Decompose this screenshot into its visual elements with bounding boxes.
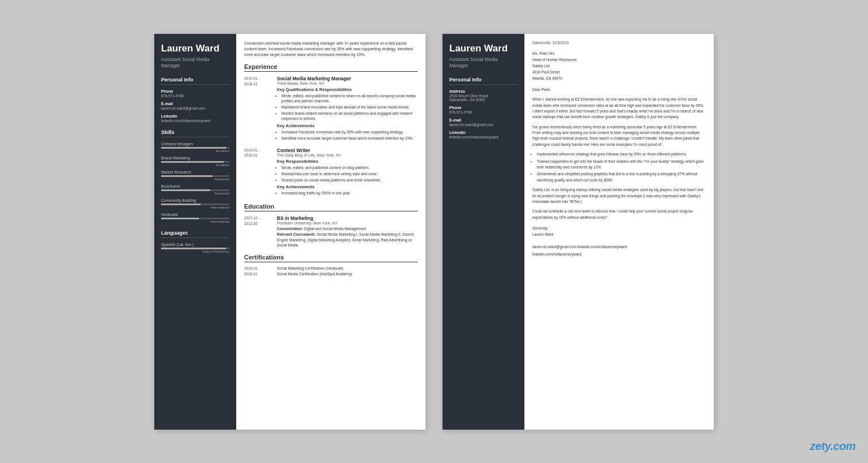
job-details-2: Content Writer The Daily Blog of Life, N… <box>277 148 381 197</box>
list-item: Trained copywriters to get into the head… <box>537 159 706 171</box>
edu-coursework-1: Relevant Coursework: Social Media Market… <box>277 232 418 248</box>
skill-hootsuite: Hootsuite Intermediate <box>161 213 229 223</box>
skill-market-research: Market Research Advanced <box>161 170 229 181</box>
edu-degree-1: BS in Marketing <box>277 215 418 221</box>
resume-phone-value: 678-971-9780 <box>161 94 229 98</box>
cover-linkedin-label: LinkedIn <box>449 131 518 135</box>
skill-bar-bg <box>161 218 229 219</box>
resume-sidebar: Lauren Ward Assistant Social Media Manag… <box>154 34 236 430</box>
cover-address-label: Address <box>449 89 518 93</box>
cover-letter-document: Lauren Ward Assistant Social Media Manag… <box>442 34 714 430</box>
zety-brand: zety.com <box>810 440 856 453</box>
list-item: Implemented influencer strategy that gre… <box>537 152 706 157</box>
edu-entry-1: 2007-10 -2012-05 BS in Marketing Fordham… <box>244 215 418 248</box>
skill-bar-fill <box>161 204 201 205</box>
job-company-2: The Daily Blog of Life, New York, NY <box>277 153 381 157</box>
list-item: Streamlined and simplified posting graph… <box>537 171 706 183</box>
cover-closing-1: Gabby Ltd. is an intriguing startup util… <box>532 187 706 205</box>
cert-date-1: 2019-01 <box>244 266 272 270</box>
resume-linkedin-label: LinkedIn <box>161 114 229 118</box>
cert-date-2: 2018-01 <box>244 272 272 276</box>
skill-brand-marketing: Brand Marketing Excellent <box>161 156 229 167</box>
resume-experience-heading: Experience <box>244 63 418 72</box>
cover-sign-linkedin: linkedin.com/in/laurenzeyward <box>532 251 706 257</box>
cover-salutation: Dear Peter, <box>532 87 706 93</box>
cover-sidebar: Lauren Ward Assistant Social Media Manag… <box>442 34 524 430</box>
cover-linkedin-value: linkedin.com/in/laurenzeyward <box>449 135 518 139</box>
skill-bar-fill <box>161 218 199 219</box>
resume-main: Conversion-oriented social media marketi… <box>236 34 426 430</box>
cover-phone-value: 678-971-9780 <box>449 110 518 114</box>
cover-paragraph-2: I've grown tremendously since being hire… <box>532 124 706 148</box>
job-title-2: Content Writer <box>277 148 381 153</box>
list-item: Maintained brand innovation and kept abr… <box>281 105 418 110</box>
resume-name: Lauren Ward <box>161 43 229 54</box>
cover-body: Dear Peter, When I started working at EZ… <box>532 87 706 220</box>
job-entry-1: 2015-01 -2018-12 Social Media Marketing … <box>244 76 418 142</box>
job-responsibilities-list-2: Wrote, edited, and published content on … <box>281 165 381 183</box>
resume-email-label: E-mail <box>161 102 229 106</box>
skill-bar-bg <box>161 147 229 149</box>
job-header-1: 2015-01 -2018-12 Social Media Marketing … <box>244 76 418 142</box>
skill-bar-bg <box>161 204 229 205</box>
edu-concentration-1: Concentration: Digital and Social Media … <box>277 226 418 232</box>
cover-personal-info-heading: Personal Info <box>449 77 518 85</box>
edu-dates-1: 2007-10 -2012-05 <box>244 215 272 248</box>
list-item: Identified more accurate target customer… <box>281 136 418 141</box>
list-item: Wrote, edited, and published content on … <box>281 165 381 170</box>
resume-skills-heading: Skills <box>161 129 229 137</box>
cover-sign-email: lauren.liz.ward@gmail.com linkedin.com/i… <box>532 245 627 249</box>
cert-entry-2: 2018-01 Social Media Certification (HubS… <box>244 272 418 276</box>
cover-address-value: 2520 Mount Olive RoadGainesville, GA 305… <box>449 94 518 102</box>
cover-recipient: Ms. Peter Wu Head of Human Resources Gab… <box>532 50 706 81</box>
lang-bar-fill <box>161 248 226 249</box>
cover-phone-label: Phone <box>449 106 518 110</box>
job-responsibilities-list-1: Wrote, edited, and published content to … <box>281 93 418 121</box>
skill-bar-bg <box>161 175 229 177</box>
job-responsibilities-label-1: Key Qualifications & Responsibilities <box>277 87 418 92</box>
job-company-1: Third Media, New York, NY <box>277 81 418 85</box>
edu-school-1: Fordham University, New York, NY <box>277 221 418 225</box>
skill-bar-bg <box>161 189 229 191</box>
resume-education-heading: Education <box>244 203 418 211</box>
cover-name: Lauren Ward <box>449 43 518 54</box>
cover-main: Gainesville, 3/23/2019 Ms. Peter Wu Head… <box>524 34 714 430</box>
skill-community-building: Community Building Intermediate <box>161 198 229 209</box>
list-item: Wrote, edited, and published content to … <box>281 93 418 103</box>
cover-signoff: Sincerely, Lauren Ward lauren.liz.ward@g… <box>532 225 706 250</box>
resume-document: Lauren Ward Assistant Social Media Manag… <box>154 34 426 430</box>
skill-bar-fill <box>161 175 212 177</box>
cover-email-value: lauren.liz.ward@gmail.com <box>449 123 518 127</box>
job-dates-1: 2015-01 -2018-12 <box>244 76 272 87</box>
skill-bar-fill <box>161 147 226 149</box>
skill-bar-fill <box>161 189 210 191</box>
resume-email-value: lauren.liz.ward@gmail.com <box>161 106 229 110</box>
resume-certifications-heading: Certifications <box>244 254 418 262</box>
cover-job-title: Assistant Social Media Manager <box>449 57 518 69</box>
resume-summary: Conversion-oriented social media marketi… <box>244 41 418 58</box>
skill-buzzsumo: BuzzSumo Advanced <box>161 184 229 195</box>
cert-name-1: Social Marketing Certification (Hootsuit… <box>277 266 344 270</box>
cert-entry-1: 2019-01 Social Marketing Certification (… <box>244 266 418 270</box>
lang-bar-bg <box>161 248 229 249</box>
skill-bar-bg <box>161 161 229 163</box>
cover-closing-2: Could we schedule a call next week to di… <box>532 209 706 220</box>
cover-paragraph-1: When I started working at EZ Entertainme… <box>532 97 706 120</box>
resume-personal-info-heading: Personal Info <box>161 77 229 85</box>
job-achievements-list-1: Increased Facebook conversion rate by 35… <box>281 129 418 141</box>
resume-linkedin-value: linkedin.com/in/laurenzeyward <box>161 119 229 123</box>
job-entry-2: 2014-01 -2015-01 Content Writer The Dail… <box>244 148 418 197</box>
list-item: Monitor brand-related mentions on all so… <box>281 111 418 121</box>
cover-email-label: E-mail <box>449 118 518 122</box>
list-item: Shared posts on social media platforms a… <box>281 178 381 183</box>
job-details-1: Social Media Marketing Manager Third Med… <box>277 76 418 142</box>
resume-languages-heading: Languages <box>161 230 229 238</box>
list-item: Researched user base to determine writin… <box>281 171 381 176</box>
job-responsibilities-label-2: Key Responsibilities <box>277 159 381 164</box>
edu-details-1: BS in Marketing Fordham University, New … <box>277 215 418 248</box>
cover-bullets: Implemented influencer strategy that gre… <box>537 152 706 183</box>
job-achievements-label-1: Key Achievements <box>277 123 418 128</box>
cover-date: Gainesville, 3/23/2019 <box>532 41 706 45</box>
skill-bar-fill <box>161 161 224 163</box>
job-dates-2: 2014-01 -2015-01 <box>244 148 272 159</box>
